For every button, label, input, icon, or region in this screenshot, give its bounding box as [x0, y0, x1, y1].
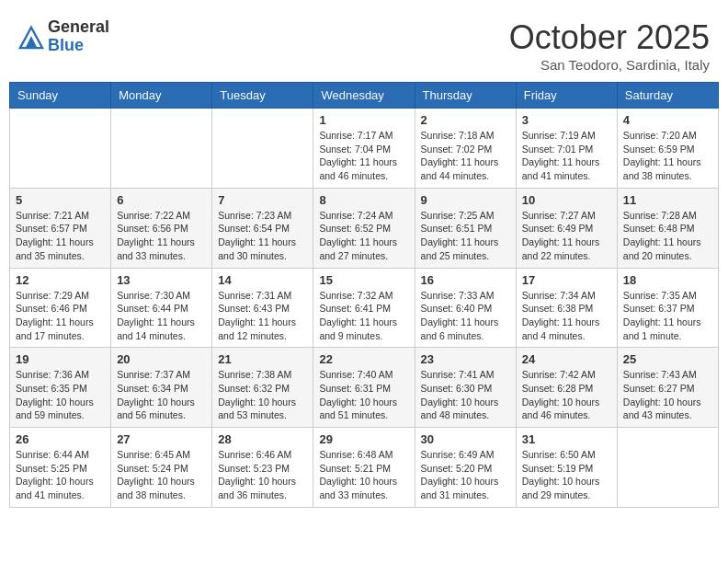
calendar-cell: 10Sunrise: 7:27 AMSunset: 6:49 PMDayligh…	[516, 188, 617, 268]
calendar-week-row: 19Sunrise: 7:36 AMSunset: 6:35 PMDayligh…	[10, 348, 719, 428]
day-number: 1	[319, 113, 408, 127]
calendar-week-row: 26Sunrise: 6:44 AMSunset: 5:25 PMDayligh…	[10, 428, 719, 508]
day-number: 22	[319, 352, 408, 366]
calendar-week-row: 5Sunrise: 7:21 AMSunset: 6:57 PMDaylight…	[10, 188, 719, 268]
weekday-header: Thursday	[415, 83, 516, 109]
day-number: 18	[623, 273, 712, 287]
calendar-cell	[111, 109, 212, 189]
weekday-header: Tuesday	[212, 83, 313, 109]
day-number: 21	[218, 352, 307, 366]
day-number: 26	[16, 432, 105, 446]
calendar-cell	[212, 109, 313, 189]
day-info: Sunrise: 7:18 AMSunset: 7:02 PMDaylight:…	[421, 129, 510, 183]
day-info: Sunrise: 7:30 AMSunset: 6:44 PMDaylight:…	[117, 289, 206, 343]
calendar-cell: 25Sunrise: 7:43 AMSunset: 6:27 PMDayligh…	[617, 348, 718, 428]
day-number: 20	[117, 352, 206, 366]
day-number: 29	[319, 432, 408, 446]
calendar-cell: 15Sunrise: 7:32 AMSunset: 6:41 PMDayligh…	[313, 268, 415, 348]
day-info: Sunrise: 6:44 AMSunset: 5:25 PMDaylight:…	[16, 448, 105, 502]
calendar-cell: 14Sunrise: 7:31 AMSunset: 6:43 PMDayligh…	[212, 268, 313, 348]
day-number: 30	[421, 432, 510, 446]
month-title: October 2025	[509, 18, 710, 57]
day-info: Sunrise: 7:32 AMSunset: 6:41 PMDaylight:…	[319, 289, 408, 343]
day-number: 27	[117, 432, 206, 446]
day-number: 6	[117, 193, 206, 207]
calendar-cell: 2Sunrise: 7:18 AMSunset: 7:02 PMDaylight…	[415, 109, 516, 189]
calendar-cell: 24Sunrise: 7:42 AMSunset: 6:28 PMDayligh…	[516, 348, 617, 428]
day-number: 31	[522, 432, 611, 446]
svg-marker-1	[25, 36, 37, 48]
calendar-cell: 1Sunrise: 7:17 AMSunset: 7:04 PMDaylight…	[313, 109, 415, 189]
logo: General Blue	[18, 18, 109, 55]
calendar-cell: 16Sunrise: 7:33 AMSunset: 6:40 PMDayligh…	[415, 268, 516, 348]
day-info: Sunrise: 6:46 AMSunset: 5:23 PMDaylight:…	[218, 448, 307, 502]
day-info: Sunrise: 7:21 AMSunset: 6:57 PMDaylight:…	[16, 209, 105, 263]
calendar-cell: 3Sunrise: 7:19 AMSunset: 7:01 PMDaylight…	[516, 109, 617, 189]
title-block: October 2025 San Teodoro, Sardinia, Ital…	[509, 18, 710, 73]
calendar-cell: 26Sunrise: 6:44 AMSunset: 5:25 PMDayligh…	[10, 428, 111, 508]
calendar-cell: 27Sunrise: 6:45 AMSunset: 5:24 PMDayligh…	[111, 428, 212, 508]
logo-general: General	[48, 18, 109, 37]
day-info: Sunrise: 7:25 AMSunset: 6:51 PMDaylight:…	[421, 209, 510, 263]
day-info: Sunrise: 7:42 AMSunset: 6:28 PMDaylight:…	[522, 368, 611, 422]
day-info: Sunrise: 7:20 AMSunset: 6:59 PMDaylight:…	[623, 129, 712, 183]
day-info: Sunrise: 7:17 AMSunset: 7:04 PMDaylight:…	[319, 129, 408, 183]
day-info: Sunrise: 7:40 AMSunset: 6:31 PMDaylight:…	[319, 368, 408, 422]
weekday-header: Wednesday	[313, 83, 415, 109]
day-number: 19	[16, 352, 105, 366]
day-info: Sunrise: 7:38 AMSunset: 6:32 PMDaylight:…	[218, 368, 307, 422]
calendar-cell: 9Sunrise: 7:25 AMSunset: 6:51 PMDaylight…	[415, 188, 516, 268]
day-number: 4	[623, 113, 712, 127]
calendar-cell	[10, 109, 111, 189]
day-info: Sunrise: 7:29 AMSunset: 6:46 PMDaylight:…	[16, 289, 105, 343]
calendar-cell: 7Sunrise: 7:23 AMSunset: 6:54 PMDaylight…	[212, 188, 313, 268]
logo-blue: Blue	[48, 37, 109, 55]
day-number: 16	[421, 273, 510, 287]
day-info: Sunrise: 7:33 AMSunset: 6:40 PMDaylight:…	[421, 289, 510, 343]
day-info: Sunrise: 7:19 AMSunset: 7:01 PMDaylight:…	[522, 129, 611, 183]
day-number: 9	[421, 193, 510, 207]
day-number: 17	[522, 273, 611, 287]
day-info: Sunrise: 7:37 AMSunset: 6:34 PMDaylight:…	[117, 368, 206, 422]
day-number: 3	[522, 113, 611, 127]
day-number: 10	[522, 193, 611, 207]
day-number: 24	[522, 352, 611, 366]
calendar-cell: 31Sunrise: 6:50 AMSunset: 5:19 PMDayligh…	[516, 428, 617, 508]
day-info: Sunrise: 7:41 AMSunset: 6:30 PMDaylight:…	[421, 368, 510, 422]
weekday-header-row: SundayMondayTuesdayWednesdayThursdayFrid…	[10, 83, 719, 109]
calendar-cell: 11Sunrise: 7:28 AMSunset: 6:48 PMDayligh…	[617, 188, 718, 268]
day-number: 2	[421, 113, 510, 127]
day-number: 14	[218, 273, 307, 287]
calendar-week-row: 1Sunrise: 7:17 AMSunset: 7:04 PMDaylight…	[10, 109, 719, 189]
calendar-cell: 8Sunrise: 7:24 AMSunset: 6:52 PMDaylight…	[313, 188, 415, 268]
calendar-cell: 29Sunrise: 6:48 AMSunset: 5:21 PMDayligh…	[313, 428, 415, 508]
calendar-cell: 21Sunrise: 7:38 AMSunset: 6:32 PMDayligh…	[212, 348, 313, 428]
calendar-cell: 30Sunrise: 6:49 AMSunset: 5:20 PMDayligh…	[415, 428, 516, 508]
day-number: 11	[623, 193, 712, 207]
day-number: 25	[623, 352, 712, 366]
weekday-header: Sunday	[10, 83, 111, 109]
day-info: Sunrise: 7:27 AMSunset: 6:49 PMDaylight:…	[522, 209, 611, 263]
day-info: Sunrise: 7:22 AMSunset: 6:56 PMDaylight:…	[117, 209, 206, 263]
day-info: Sunrise: 6:50 AMSunset: 5:19 PMDaylight:…	[522, 448, 611, 502]
calendar-cell: 22Sunrise: 7:40 AMSunset: 6:31 PMDayligh…	[313, 348, 415, 428]
day-number: 12	[16, 273, 105, 287]
day-number: 8	[319, 193, 408, 207]
calendar-cell: 18Sunrise: 7:35 AMSunset: 6:37 PMDayligh…	[617, 268, 718, 348]
day-number: 15	[319, 273, 408, 287]
day-info: Sunrise: 7:23 AMSunset: 6:54 PMDaylight:…	[218, 209, 307, 263]
calendar-cell: 28Sunrise: 6:46 AMSunset: 5:23 PMDayligh…	[212, 428, 313, 508]
weekday-header: Monday	[111, 83, 212, 109]
calendar-cell: 20Sunrise: 7:37 AMSunset: 6:34 PMDayligh…	[111, 348, 212, 428]
calendar-cell: 17Sunrise: 7:34 AMSunset: 6:38 PMDayligh…	[516, 268, 617, 348]
logo-text: General Blue	[48, 18, 109, 55]
day-info: Sunrise: 7:24 AMSunset: 6:52 PMDaylight:…	[319, 209, 408, 263]
day-number: 23	[421, 352, 510, 366]
day-number: 13	[117, 273, 206, 287]
calendar-cell: 6Sunrise: 7:22 AMSunset: 6:56 PMDaylight…	[111, 188, 212, 268]
calendar-cell	[617, 428, 718, 508]
calendar-cell: 13Sunrise: 7:30 AMSunset: 6:44 PMDayligh…	[111, 268, 212, 348]
calendar-cell: 5Sunrise: 7:21 AMSunset: 6:57 PMDaylight…	[10, 188, 111, 268]
day-info: Sunrise: 6:49 AMSunset: 5:20 PMDaylight:…	[421, 448, 510, 502]
location: San Teodoro, Sardinia, Italy	[509, 57, 710, 73]
